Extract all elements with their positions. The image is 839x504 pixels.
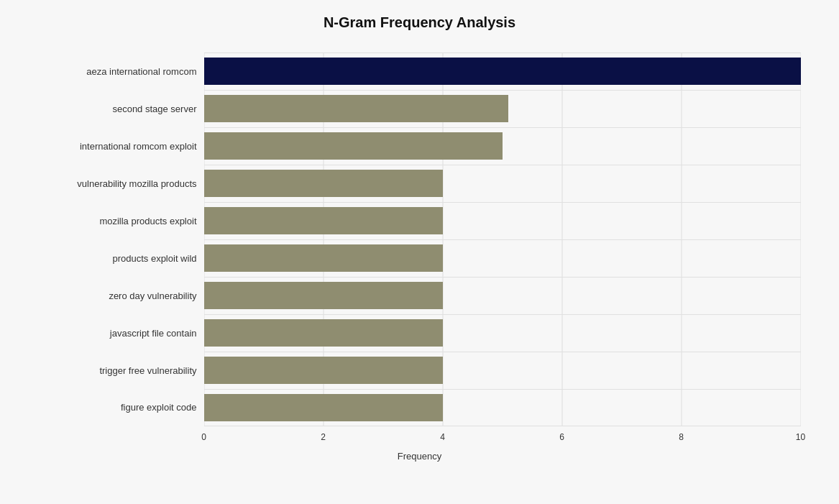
x-tick: 4 [440,432,445,442]
bar-label: trigger free vulnerability [39,365,197,376]
bar-track [204,357,801,384]
x-tick: 0 [201,432,206,442]
x-axis: 0246810 [39,432,801,446]
bar-label: second stage server [39,104,197,114]
bar-fill [204,58,801,85]
bar-track [204,132,801,160]
bar-track [204,282,801,309]
bar-track [204,244,801,272]
bar-track [204,394,801,421]
bar-row: figure exploit code [204,389,801,426]
bar-fill [204,207,443,234]
x-tick: 10 [796,432,805,442]
bar-fill [204,244,443,272]
bar-fill [204,357,443,384]
bar-row: zero day vulnerability [204,277,801,314]
bar-track [204,319,801,347]
bar-label: mozilla products exploit [39,216,197,226]
bar-label: figure exploit code [39,402,197,413]
bar-fill [204,394,443,421]
bar-fill [204,132,503,160]
x-tick: 6 [559,432,564,442]
bar-track [204,207,801,234]
bar-label: international romcom exploit [39,141,197,152]
bar-row: products exploit wild [204,239,801,277]
bar-row: vulnerability mozilla products [204,165,801,202]
bar-label: vulnerability mozilla products [39,178,197,189]
bar-label: javascript file contain [39,328,197,339]
bar-row: mozilla products exploit [204,202,801,239]
bar-row: international romcom exploit [204,127,801,165]
bar-fill [204,319,443,347]
bar-row: trigger free vulnerability [204,352,801,389]
bar-fill [204,170,443,197]
bar-label: zero day vulnerability [39,290,197,301]
bar-fill [204,95,508,122]
bar-fill [204,282,443,309]
chart-title: N-Gram Frequency Analysis [39,14,801,31]
chart-container: N-Gram Frequency Analysis aeza internati… [24,0,815,504]
bar-track [204,170,801,197]
bars-container: aeza international romcomsecond stage se… [204,52,801,426]
x-axis-label: Frequency [39,451,801,462]
x-tick: 2 [321,432,326,442]
bar-row: second stage server [204,90,801,127]
bar-track [204,58,801,85]
bar-row: aeza international romcom [204,52,801,90]
bar-label: products exploit wild [39,253,197,264]
bar-label: aeza international romcom [39,66,197,77]
bar-row: javascript file contain [204,314,801,352]
x-tick: 8 [679,432,684,442]
bar-track [204,95,801,122]
